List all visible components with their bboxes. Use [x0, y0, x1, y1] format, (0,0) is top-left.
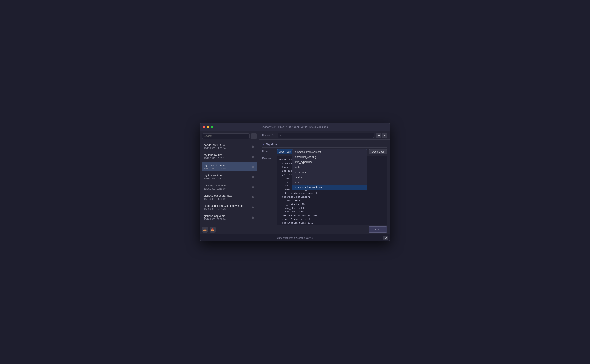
- routine-name: my third routine: [204, 153, 251, 157]
- delete-routine-button[interactable]: 🗑: [251, 144, 255, 148]
- status-text: current routine: my second routine: [277, 237, 313, 239]
- close-button[interactable]: [203, 126, 205, 128]
- dropdown-item[interactable]: latin_hypercube: [292, 160, 367, 165]
- delete-routine-button[interactable]: 🗑: [251, 216, 255, 220]
- routine-info: my third routine 11/15/2023, 10:43:11: [204, 153, 251, 160]
- traffic-lights: [203, 126, 213, 128]
- algorithm-dropdown: expected_improvementextremum_seekinglati…: [292, 149, 367, 190]
- panel-body: ▼ Algorithm Name upper_confidence_bound …: [259, 140, 390, 225]
- history-label: History Run: [262, 134, 275, 137]
- prev-button[interactable]: ◀: [376, 133, 381, 138]
- search-bar: +: [200, 131, 259, 141]
- routine-name: glorious-capybara: [204, 214, 251, 218]
- dropdown-item[interactable]: random: [292, 175, 367, 180]
- routine-name: rustling-sidewinder: [204, 184, 251, 187]
- routine-item[interactable]: rustling-sidewinder 11/08/2023, 10:18:08…: [201, 182, 257, 192]
- delete-routine-button[interactable]: 🗑: [251, 175, 255, 179]
- dropdown-item[interactable]: rcds: [292, 180, 367, 185]
- routine-info: my first routine 11/10/2023, 12:37:24: [204, 174, 251, 180]
- routine-item[interactable]: glorious-capybara 10/18/2023, 22:52:20 🗑: [201, 213, 257, 222]
- dropdown-item[interactable]: extremum_seeking: [292, 155, 367, 160]
- right-panel: History Run ◀ ▶ ▼ Algorithm Na: [259, 131, 390, 234]
- algorithm-section-header: ▼ Algorithm: [262, 142, 387, 148]
- name-field-row: Name upper_confidence_bound expected_imp…: [262, 149, 387, 154]
- panel-body-inner: ▼ Algorithm Name upper_confidence_bound …: [262, 142, 387, 225]
- routine-info: glorious-capybara-max 11/07/2023, 11:03:…: [204, 194, 251, 200]
- routine-info: dandelion-vulture 11/15/2023, 11:09:14: [204, 143, 251, 150]
- routine-date: 11/08/2023, 10:18:08: [204, 188, 251, 190]
- dropdown-item[interactable]: mobo: [292, 165, 367, 170]
- titlebar: Badger v0.11+107.g7f15964 (Xopt v2.0a1+2…: [200, 123, 390, 131]
- import-button[interactable]: 📥: [202, 227, 208, 233]
- search-input[interactable]: [202, 133, 250, 139]
- nav-buttons: ◀ ▶: [376, 133, 387, 138]
- delete-routine-button[interactable]: 🗑: [251, 206, 255, 209]
- routine-date: 10/18/2023, 22:52:20: [204, 218, 251, 221]
- name-field-content: upper_confidence_bound expected_improvem…: [277, 149, 387, 154]
- statusbar: current routine: my second routine ⚙: [200, 234, 390, 241]
- name-row: upper_confidence_bound expected_improvem…: [277, 149, 387, 154]
- routine-info: glorious-capybara 10/18/2023, 22:52:20: [204, 214, 251, 221]
- window-title: Badger v0.11+107.g7f15964 (Xopt v2.0a1+2…: [261, 125, 329, 129]
- algo-select-wrapper: upper_confidence_bound expected_improvem…: [277, 149, 367, 154]
- routine-date: 11/07/2023, 11:03:32: [204, 198, 251, 200]
- name-label: Name: [262, 149, 275, 153]
- export-button[interactable]: 📤: [210, 227, 215, 233]
- delete-routine-button[interactable]: 🗑: [251, 185, 255, 189]
- routine-name: super super lon...you know that!: [204, 204, 251, 207]
- save-bar: Save: [259, 225, 390, 234]
- routine-name: my second routine: [204, 164, 251, 167]
- minimize-button[interactable]: [207, 126, 209, 128]
- gear-button[interactable]: ⚙: [383, 235, 388, 240]
- delete-routine-button[interactable]: 🗑: [251, 195, 255, 199]
- routine-item[interactable]: my second routine 11/13/2023, 13:35:55 🗑: [201, 162, 257, 171]
- main-content: + dandelion-vulture 11/15/2023, 11:09:14…: [200, 131, 390, 234]
- add-routine-button[interactable]: +: [251, 133, 257, 139]
- algorithm-section-title: Algorithm: [266, 143, 278, 146]
- dropdown-item[interactable]: expected_improvement: [292, 150, 367, 155]
- save-button[interactable]: Save: [369, 227, 387, 233]
- routine-date: 11/13/2023, 13:35:55: [204, 167, 251, 170]
- sidebar: + dandelion-vulture 11/15/2023, 11:09:14…: [200, 131, 259, 234]
- routine-name: dandelion-vulture: [204, 143, 251, 146]
- main-window: Badger v0.11+107.g7f15964 (Xopt v2.0a1+2…: [200, 123, 390, 241]
- routine-list: dandelion-vulture 11/15/2023, 11:09:14 🗑…: [200, 141, 259, 225]
- routine-info: rustling-sidewinder 11/08/2023, 10:18:08: [204, 184, 251, 190]
- open-docs-button[interactable]: Open Docs: [369, 149, 387, 154]
- routine-date: 11/15/2023, 11:09:14: [204, 147, 251, 150]
- chevron-icon: ▼: [262, 143, 264, 146]
- routine-name: glorious-capybara-max: [204, 194, 251, 197]
- routine-date: 11/03/2023, 12:53:43: [204, 208, 251, 210]
- sidebar-footer: 📥 📤: [200, 225, 259, 234]
- history-bar: History Run ◀ ▶: [259, 131, 390, 140]
- history-input[interactable]: [278, 133, 374, 138]
- params-label: Params: [262, 156, 275, 160]
- routine-date: 11/15/2023, 10:43:11: [204, 157, 251, 160]
- next-button[interactable]: ▶: [382, 133, 387, 138]
- routine-info: my second routine 11/13/2023, 13:35:55: [204, 164, 251, 170]
- routine-name: my first routine: [204, 174, 251, 177]
- routine-date: 11/10/2023, 12:37:24: [204, 177, 251, 180]
- dropdown-item[interactable]: neldermead: [292, 170, 367, 175]
- routine-item[interactable]: my third routine 11/15/2023, 10:43:11 🗑: [201, 152, 257, 161]
- routine-item[interactable]: super super lon...you know that! 11/03/2…: [201, 202, 257, 212]
- routine-item[interactable]: glorious-capybara-max 11/07/2023, 11:03:…: [201, 192, 257, 202]
- maximize-button[interactable]: [211, 126, 213, 128]
- routine-item[interactable]: my first routine 11/10/2023, 12:37:24 🗑: [201, 172, 257, 182]
- delete-routine-button[interactable]: 🗑: [251, 165, 255, 169]
- delete-routine-button[interactable]: 🗑: [251, 155, 255, 158]
- routine-info: super super lon...you know that! 11/03/2…: [204, 204, 251, 210]
- routine-item[interactable]: dandelion-vulture 11/15/2023, 11:09:14 🗑: [201, 142, 257, 151]
- dropdown-item[interactable]: upper_confidence_bound: [292, 185, 367, 190]
